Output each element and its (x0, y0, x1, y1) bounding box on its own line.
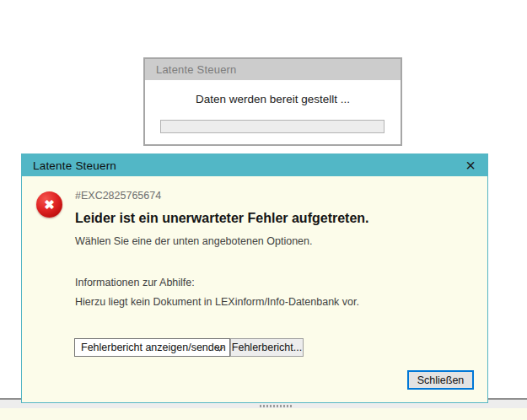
progress-message: Daten werden bereit gestellt ... (145, 93, 401, 105)
progress-dialog-titlebar[interactable]: Latente Steuern (145, 59, 401, 80)
error-icon: ✖ (36, 191, 62, 218)
desktop-area: Latente Steuern Daten werden bereit gest… (0, 0, 527, 420)
close-dialog-button[interactable]: Schließen (407, 370, 474, 390)
progress-dialog: Latente Steuern Daten werden bereit gest… (143, 57, 402, 146)
error-report-button-label: Fehlerbericht... (232, 342, 302, 353)
close-icon[interactable]: × (460, 155, 481, 175)
error-subheading: Wählen Sie eine der unten angebotenen Op… (75, 235, 312, 247)
remedy-info-label: Informationen zur Abhilfe: (75, 277, 195, 288)
close-dialog-button-label: Schließen (417, 374, 465, 386)
progress-bar (160, 120, 384, 133)
remedy-info-text: Hierzu liegt kein Dokument in LEXinform/… (75, 296, 359, 308)
error-heading: Leider ist ein unerwarteter Fehler aufge… (75, 211, 369, 226)
background-window-body-strip (0, 408, 527, 420)
splitter-grip-handle[interactable] (260, 405, 292, 407)
error-action-select[interactable]: Fehlerbericht anzeigen/senden (74, 338, 230, 357)
error-report-button[interactable]: Fehlerbericht... (230, 338, 304, 357)
error-dialog: Latente Steuern × ✖ #EXC2825765674 Leide… (21, 153, 488, 403)
error-x-glyph: ✖ (44, 198, 55, 211)
error-dialog-title: Latente Steuern (33, 159, 116, 172)
progress-dialog-title: Latente Steuern (156, 63, 237, 76)
error-action-select-value: Fehlerbericht anzeigen/senden (81, 342, 226, 353)
error-dialog-titlebar[interactable]: Latente Steuern × (22, 154, 487, 176)
error-code: #EXC2825765674 (75, 190, 161, 202)
error-dialog-body: ✖ #EXC2825765674 Leider ist ein unerwart… (22, 176, 487, 402)
